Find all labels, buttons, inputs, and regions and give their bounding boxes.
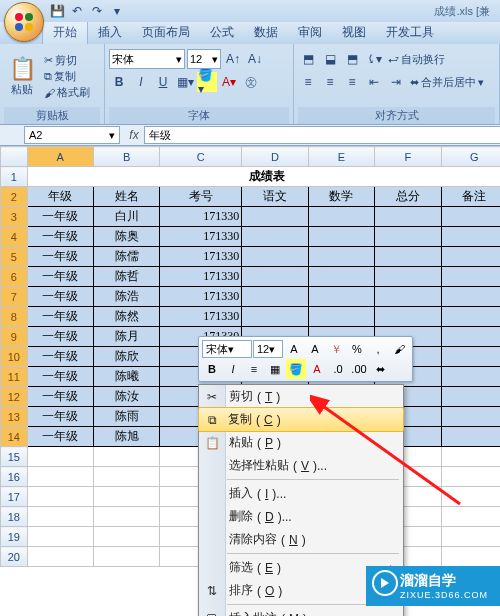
redo-icon[interactable]: ↷ [88, 2, 106, 20]
row-header[interactable]: 19 [1, 527, 28, 547]
name-box[interactable]: A2▾ [24, 126, 120, 144]
header-cell[interactable]: 语文 [242, 187, 308, 207]
header-cell[interactable]: 备注 [441, 187, 500, 207]
cell[interactable]: 陈曦 [93, 367, 159, 387]
cell[interactable] [308, 307, 374, 327]
format-painter-button[interactable]: 🖌格式刷 [42, 85, 92, 100]
merge-center-button[interactable]: ⬌合并后居中▾ [408, 75, 486, 90]
copy-button[interactable]: ⧉复制 [42, 69, 92, 84]
cell[interactable] [308, 287, 374, 307]
mini-fill-color-icon[interactable]: 🪣 [286, 359, 306, 379]
formula-input[interactable]: 年级 [144, 126, 500, 144]
tab-developer[interactable]: 开发工具 [376, 21, 444, 44]
mini-font-color-icon[interactable]: A [307, 359, 327, 379]
grow-font-icon[interactable]: A↑ [223, 49, 243, 69]
align-left-icon[interactable]: ≡ [298, 72, 318, 92]
font-size-select[interactable]: 12▾ [187, 49, 221, 69]
cell[interactable] [375, 247, 441, 267]
row-header[interactable]: 12 [1, 387, 28, 407]
cell[interactable] [375, 207, 441, 227]
cell[interactable]: 一年级 [27, 387, 93, 407]
mini-comma-icon[interactable]: , [368, 339, 388, 359]
row-header[interactable]: 14 [1, 427, 28, 447]
italic-button[interactable]: I [131, 72, 151, 92]
row-header[interactable]: 6 [1, 267, 28, 287]
row-header[interactable]: 20 [1, 547, 28, 567]
cell[interactable]: 一年级 [27, 267, 93, 287]
row-header[interactable]: 15 [1, 447, 28, 467]
shrink-font-icon[interactable]: A↓ [245, 49, 265, 69]
cell[interactable]: 陈雨 [93, 407, 159, 427]
row-header[interactable]: 10 [1, 347, 28, 367]
cell[interactable] [242, 207, 308, 227]
cell[interactable]: 陈儒 [93, 247, 159, 267]
cell[interactable]: 一年级 [27, 227, 93, 247]
col-header-B[interactable]: B [93, 147, 159, 167]
header-cell[interactable]: 总分 [375, 187, 441, 207]
mini-merge-icon[interactable]: ⬌ [370, 359, 390, 379]
worksheet[interactable]: A B C D E F G 1 成绩表 2年级姓名考号语文数学总分备注3一年级白… [0, 146, 500, 616]
col-header-A[interactable]: A [27, 147, 93, 167]
cell[interactable]: 一年级 [27, 407, 93, 427]
row-header[interactable]: 7 [1, 287, 28, 307]
row-header[interactable]: 1 [1, 167, 28, 187]
col-header-F[interactable]: F [375, 147, 441, 167]
tab-formulas[interactable]: 公式 [200, 21, 244, 44]
cell[interactable] [441, 307, 500, 327]
cell[interactable] [242, 267, 308, 287]
cell[interactable]: 171330 [160, 247, 242, 267]
ctx-copy[interactable]: ⧉复制(C) [198, 407, 404, 432]
underline-button[interactable]: U [153, 72, 173, 92]
cell[interactable]: 陈浩 [93, 287, 159, 307]
mini-bold-button[interactable]: B [202, 359, 222, 379]
cell[interactable] [242, 307, 308, 327]
mini-currency-icon[interactable]: ￥ [326, 339, 346, 359]
cell[interactable]: 白川 [93, 207, 159, 227]
ctx-clear[interactable]: 清除内容(N) [199, 528, 403, 551]
col-header-C[interactable]: C [160, 147, 242, 167]
wrap-text-button[interactable]: ⮐自动换行 [386, 52, 447, 67]
font-name-select[interactable]: 宋体▾ [109, 49, 185, 69]
header-cell[interactable]: 考号 [160, 187, 242, 207]
tab-page-layout[interactable]: 页面布局 [132, 21, 200, 44]
cell[interactable]: 陈欣 [93, 347, 159, 367]
row-header[interactable]: 13 [1, 407, 28, 427]
office-button[interactable] [4, 2, 44, 42]
header-cell[interactable]: 年级 [27, 187, 93, 207]
cell[interactable]: 171330 [160, 227, 242, 247]
cell[interactable]: 陈月 [93, 327, 159, 347]
phonetic-guide-button[interactable]: ㉆ [241, 72, 261, 92]
cell[interactable] [308, 267, 374, 287]
cell[interactable] [441, 367, 500, 387]
ctx-paste-special[interactable]: 选择性粘贴(V)... [199, 454, 403, 477]
ctx-cut[interactable]: ✂剪切(T) [199, 385, 403, 408]
cell[interactable]: 一年级 [27, 327, 93, 347]
paste-button[interactable]: 📋 粘贴 [4, 56, 40, 97]
fx-icon[interactable]: fx [124, 128, 144, 142]
mini-italic-button[interactable]: I [223, 359, 243, 379]
bold-button[interactable]: B [109, 72, 129, 92]
cell[interactable] [308, 227, 374, 247]
row-header[interactable]: 16 [1, 467, 28, 487]
row-header[interactable]: 4 [1, 227, 28, 247]
cell[interactable] [242, 287, 308, 307]
qat-dropdown-icon[interactable]: ▾ [108, 2, 126, 20]
ctx-delete[interactable]: 删除(D)... [199, 505, 403, 528]
row-header[interactable]: 17 [1, 487, 28, 507]
row-header[interactable]: 2 [1, 187, 28, 207]
tab-view[interactable]: 视图 [332, 21, 376, 44]
row-header[interactable]: 9 [1, 327, 28, 347]
cell[interactable] [242, 227, 308, 247]
align-center-icon[interactable]: ≡ [320, 72, 340, 92]
cell[interactable] [441, 207, 500, 227]
cell[interactable] [441, 347, 500, 367]
row-header[interactable]: 3 [1, 207, 28, 227]
cell[interactable] [242, 247, 308, 267]
cell[interactable]: 一年级 [27, 427, 93, 447]
col-header-E[interactable]: E [308, 147, 374, 167]
sheet-title[interactable]: 成绩表 [27, 167, 500, 187]
mini-align-center-icon[interactable]: ≡ [244, 359, 264, 379]
undo-icon[interactable]: ↶ [68, 2, 86, 20]
tab-data[interactable]: 数据 [244, 21, 288, 44]
save-icon[interactable]: 💾 [48, 2, 66, 20]
